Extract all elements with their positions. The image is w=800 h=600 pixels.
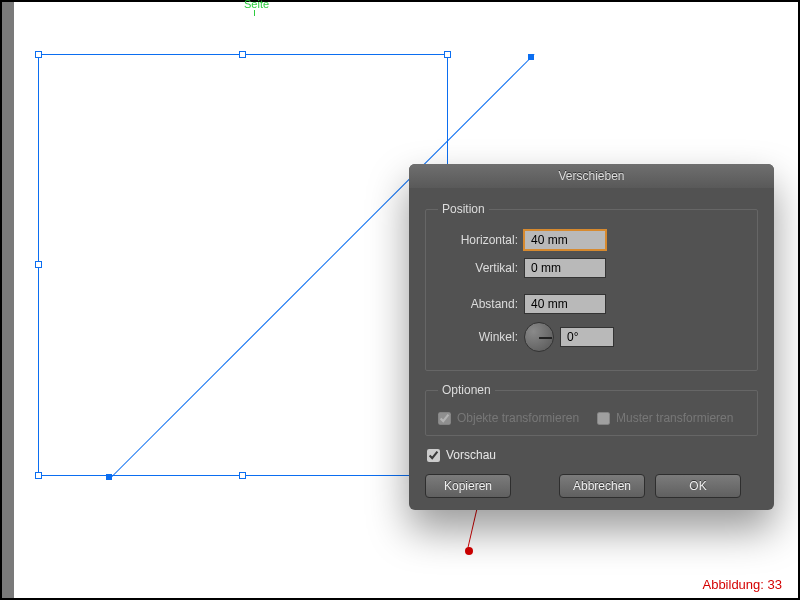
- selection-bounding-box[interactable]: [38, 54, 448, 476]
- handle-top-right[interactable]: [444, 51, 451, 58]
- page-label: Seite: [244, 0, 269, 10]
- dialog-title[interactable]: Verschieben: [409, 164, 774, 188]
- handle-bottom-left[interactable]: [35, 472, 42, 479]
- abstand-field[interactable]: 40 mm: [524, 294, 606, 314]
- muster-checkbox: Muster transformieren: [597, 411, 733, 425]
- optionen-group: Optionen Objekte transformieren Muster t…: [425, 383, 758, 436]
- abstand-label: Abstand:: [438, 297, 524, 311]
- muster-checkbox-input: [597, 412, 610, 425]
- page-tick: [254, 10, 255, 16]
- handle-bottom-mid[interactable]: [239, 472, 246, 479]
- horizontal-field[interactable]: 40 mm: [524, 230, 606, 250]
- ruler-left: [2, 2, 14, 598]
- muster-checkbox-label: Muster transformieren: [616, 411, 733, 425]
- vorschau-checkbox-input[interactable]: [427, 449, 440, 462]
- annotation-arrow-head: [465, 547, 473, 555]
- vertikal-label: Vertikal:: [438, 261, 524, 275]
- move-dialog: Verschieben Position Horizontal: 40 mm V…: [409, 164, 774, 510]
- handle-top-mid[interactable]: [239, 51, 246, 58]
- optionen-legend: Optionen: [438, 383, 495, 397]
- horizontal-label: Horizontal:: [438, 233, 524, 247]
- objekte-checkbox-label: Objekte transformieren: [457, 411, 579, 425]
- vorschau-checkbox-label: Vorschau: [446, 448, 496, 462]
- angle-dial-icon[interactable]: [524, 322, 554, 352]
- dialog-body: Position Horizontal: 40 mm Vertikal: 0 m…: [409, 188, 774, 510]
- objekte-checkbox: Objekte transformieren: [438, 411, 579, 425]
- winkel-field[interactable]: 0°: [560, 327, 614, 347]
- winkel-label: Winkel:: [438, 330, 524, 344]
- figure-caption: Abbildung: 33: [702, 577, 782, 592]
- kopieren-button[interactable]: Kopieren: [425, 474, 511, 498]
- anchor-point-2[interactable]: [528, 54, 534, 60]
- vorschau-checkbox[interactable]: Vorschau: [427, 448, 756, 462]
- objekte-checkbox-input: [438, 412, 451, 425]
- ok-button[interactable]: OK: [655, 474, 741, 498]
- abbrechen-button[interactable]: Abbrechen: [559, 474, 645, 498]
- handle-top-left[interactable]: [35, 51, 42, 58]
- position-group: Position Horizontal: 40 mm Vertikal: 0 m…: [425, 202, 758, 371]
- position-legend: Position: [438, 202, 489, 216]
- vertikal-field[interactable]: 0 mm: [524, 258, 606, 278]
- anchor-point-1[interactable]: [106, 474, 112, 480]
- handle-mid-left[interactable]: [35, 261, 42, 268]
- app-frame: Seite Verschieben Position Horizontal: 4…: [0, 0, 800, 600]
